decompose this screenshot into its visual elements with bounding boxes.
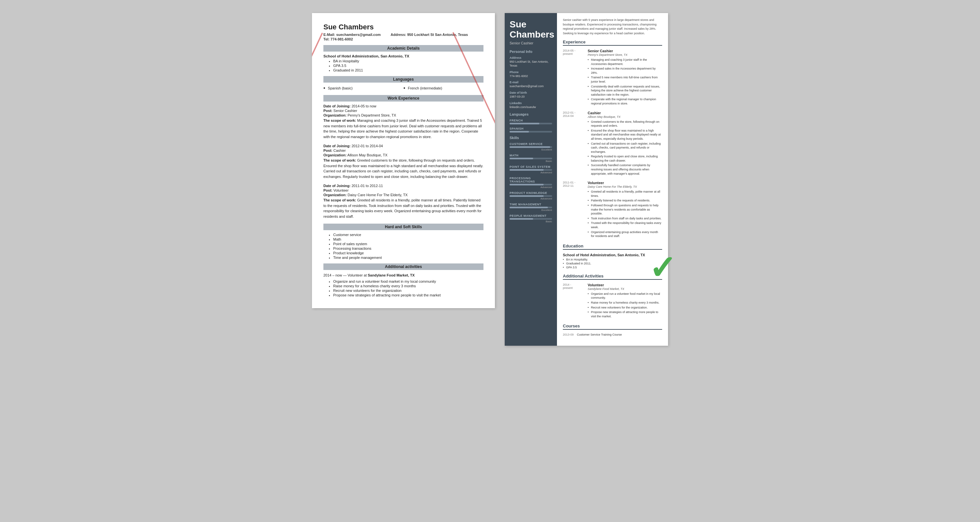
academic-header: Academic Details (323, 45, 484, 52)
left-name: Sue Chambers (323, 23, 484, 31)
linkedin-label: LinkedIn (510, 102, 552, 105)
edu-block: School of Hotel Administration, San Anto… (563, 253, 662, 269)
additional-item: Raise money for a homeless charity every… (333, 284, 484, 288)
skill-customer-service: CUSTOMER SERVICE Excellent (510, 142, 552, 151)
skill-time-management: TIME MANAGEMENT Excellent (510, 203, 552, 211)
work-block-3: Date of Joining: 2011-01 to 2012-11 Post… (323, 184, 484, 219)
exp-block-1: 2014-05 -present Senior Cashier Penny's … (563, 49, 662, 106)
skills-sidebar-title: Skills (510, 136, 552, 140)
skill-item: Product knowledge (333, 251, 484, 255)
address-value: 950 Lockhart St, San Antonio, Texas (510, 60, 552, 68)
additional-list: Organize and run a volunteer food market… (333, 279, 484, 297)
phone-value: 774-981-6002 (510, 74, 552, 78)
experience-section: Experience 2014-05 -present Senior Cashi… (563, 40, 662, 239)
skill-item: Time and people management (333, 255, 484, 260)
skill-math: MATH Basic (510, 154, 552, 163)
skill-item: Processing transactions (333, 246, 484, 251)
skill-item: Math (333, 237, 484, 241)
academic-item: Graduated in 2011 (333, 68, 484, 72)
additional-item: Recruit new volunteers for the organizat… (333, 289, 484, 292)
additional-entry: 2014 – now — Volunteer at Sandylane Food… (323, 273, 484, 278)
courses-title: Courses (563, 324, 662, 330)
personal-info-title: Personal Info (510, 50, 552, 54)
lang-spanish: • Spanish (basic) (323, 85, 403, 91)
work-block-2: Date of Joining: 2012-01 to 2014-04 Post… (323, 144, 484, 179)
education-section: Education School of Hotel Administration… (563, 244, 662, 269)
right-sidebar: Sue Chambers Senior Cashier Personal Inf… (505, 13, 557, 346)
additional-section: Additional Activities 2014 -present Volu… (563, 274, 662, 319)
left-contact-tel: Tel: 774-981-6002 (323, 37, 484, 41)
work-header: Work Experience (323, 95, 484, 102)
academic-school: School of Hotel Administration, San Anto… (323, 54, 484, 58)
courses-section: Courses 2013-09 Customer Service Trainin… (563, 324, 662, 336)
languages-header: Languages (323, 76, 484, 83)
academic-items: BA in Hospitality GPA 3.5 Graduated in 2… (333, 59, 484, 72)
additional-header: Additional activities (323, 263, 484, 270)
summary-text: Senior cashier with 5 years experience i… (563, 18, 662, 36)
dob-label: Date of birth (510, 91, 552, 94)
phone-label: Phone (510, 70, 552, 74)
additional-item: Organize and run a volunteer food market… (333, 279, 484, 283)
exp-block-3: 2011-01 -2012-11 Volunteer Daisy Care Ho… (563, 181, 662, 239)
additional-item: Propose new strategies of attracting mor… (333, 293, 484, 297)
dob-value: 1987-03-20 (510, 95, 552, 99)
additional-block: 2014 -present Volunteer Sandylane Food M… (563, 283, 662, 319)
lang-spanish-sidebar: SPANISH (510, 127, 552, 133)
right-name: Sue Chambers (510, 20, 552, 40)
right-resume: ✓ Sue Chambers Senior Cashier Personal I… (505, 13, 668, 346)
skill-people-management: PEOPLE MANAGEMENT Basic (510, 214, 552, 223)
left-contact-email: E-Mail: suechambers@gmail.com Address: 9… (323, 33, 484, 36)
skills-list: Customer service Math Point of sales sys… (333, 233, 484, 260)
skill-processing-transactions: PROCESSING TRANSACTIONS Advanced (510, 177, 552, 189)
experience-title: Experience (563, 40, 662, 46)
additional-title: Additional Activities (563, 274, 662, 280)
academic-item: GPA 3.5 (333, 63, 484, 68)
right-main-content: Senior cashier with 5 years experience i… (557, 13, 668, 346)
course-row: 2013-09 Customer Service Training Course (563, 333, 662, 336)
work-block-1: Date of Joining: 2014-05 to now Post: Se… (323, 104, 484, 140)
skill-point-of-sales: POINT OF SALES SYSTEM Advanced (510, 165, 552, 174)
languages-sidebar-title: Languages (510, 112, 552, 116)
skill-item: Customer service (333, 233, 484, 237)
edu-school: School of Hotel Administration, San Anto… (563, 253, 662, 257)
email-label: E-mail (510, 81, 552, 84)
languages-row: • Spanish (basic) • French (intermediate… (323, 85, 484, 91)
email-value: suechambers@gmail.com (510, 84, 552, 89)
skills-header: Hard and Soft Skills (323, 224, 484, 230)
left-resume: Sue Chambers E-Mail: suechambers@gmail.c… (312, 13, 495, 308)
lang-french: • French (intermediate) (403, 85, 484, 91)
address-label: Address (510, 56, 552, 59)
education-title: Education (563, 244, 662, 250)
lang-french-sidebar: FRENCH (510, 119, 552, 124)
right-title: Senior Cashier (510, 41, 552, 45)
skill-item: Point of sales system (333, 242, 484, 246)
linkedin-value: linkedin.com/sueulw (510, 105, 552, 109)
exp-block-2: 2012-01 -2014-04 Cashier Allison May Bou… (563, 111, 662, 177)
skill-product-knowledge: PRODUCT KNOWLEDGE Advanced (510, 191, 552, 200)
academic-item: BA in Hospitality (333, 59, 484, 63)
